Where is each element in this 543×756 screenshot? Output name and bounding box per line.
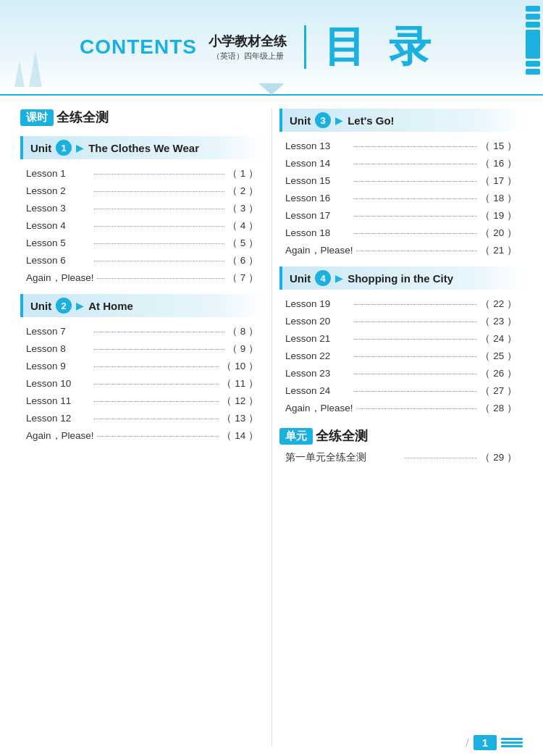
lesson-page: （ 14 ） [222, 429, 258, 442]
danyuan-text: 全练全测 [316, 427, 368, 445]
lesson-page: （ 27 ） [480, 385, 517, 398]
lesson-page: （ 19 ） [480, 209, 517, 222]
right-column: Unit 3 ▶ Let's Go! Lesson 13 （ 15 ） Less… [272, 109, 523, 747]
lesson-label: Lesson 13 [285, 140, 350, 151]
lesson-page: （ 12 ） [222, 395, 258, 408]
lesson-page: （ 24 ） [480, 332, 517, 345]
list-item: Lesson 23 （ 26 ） [279, 365, 523, 382]
lesson-label: Lesson 15 [285, 175, 350, 186]
keshi-badge: 课时 全练全测 [20, 109, 109, 126]
header: CONTENTS 小学教材全练 （英语）四年级上册 目 录 [0, 0, 543, 94]
dots [94, 226, 224, 227]
subtitle-block: 小学教材全练 （英语）四年级上册 [209, 33, 287, 61]
tree-icon [29, 51, 42, 87]
danyuan-badge: 单元 全练全测 [279, 427, 368, 445]
list-item: Lesson 8 （ 9 ） [20, 340, 264, 358]
dots [94, 191, 224, 192]
lesson-page: （ 7 ） [227, 272, 258, 285]
dots [353, 304, 477, 305]
unit-2-badge: 2 [56, 298, 72, 314]
unit-label-4: Unit [290, 272, 311, 285]
dots [94, 261, 224, 261]
dots [94, 332, 224, 332]
list-item: Lesson 4 （ 4 ） [20, 217, 264, 235]
footer-line [501, 738, 523, 740]
lesson-page: （ 3 ） [227, 202, 258, 215]
unit-3-header: Unit 3 ▶ Let's Go! [279, 109, 523, 132]
lesson-label: Lesson 22 [285, 350, 350, 361]
list-item: Lesson 18 （ 20 ） [279, 224, 523, 242]
unit-1-header: Unit 1 ▶ The Clothes We Wear [20, 136, 264, 159]
stripe [526, 14, 540, 20]
stripe-block [526, 30, 540, 59]
list-item: Lesson 15 （ 17 ） [279, 172, 523, 190]
unit-4-badge: 4 [315, 270, 331, 286]
stripe [526, 6, 540, 12]
lesson-label: Lesson 9 [26, 361, 91, 371]
keshi-text: 全练全测 [56, 109, 109, 126]
lesson-label: Lesson 10 [26, 378, 91, 389]
list-item: Again，Please! （ 14 ） [20, 427, 264, 445]
lesson-page: （ 8 ） [227, 325, 258, 338]
footer-line [501, 745, 523, 747]
list-item: Lesson 5 （ 5 ） [20, 235, 264, 252]
list-item: Lesson 12 （ 13 ） [20, 410, 264, 427]
footer-line [501, 742, 523, 744]
footer: / 1 [466, 735, 523, 750]
contents-label: CONTENTS [80, 35, 197, 59]
dots [97, 278, 224, 279]
footer-decoration [501, 738, 523, 747]
dots [94, 401, 219, 402]
unit-arrow-icon: ▶ [335, 114, 343, 127]
dots [97, 436, 219, 437]
dots [94, 174, 224, 175]
list-item: Lesson 1 （ 1 ） [20, 165, 264, 182]
dots [353, 322, 477, 322]
list-item: Lesson 3 （ 3 ） [20, 200, 264, 217]
dots [353, 216, 477, 217]
dots [353, 339, 477, 340]
lesson-label: Lesson 5 [26, 238, 91, 248]
lesson-page: （ 25 ） [480, 350, 517, 363]
list-item: Lesson 11 （ 12 ） [20, 392, 264, 410]
lesson-page: （ 9 ） [227, 343, 258, 356]
subtitle-main: 小学教材全练 [209, 33, 287, 50]
unit-label-2: Unit [30, 300, 51, 312]
lesson-page: （ 1 ） [227, 167, 258, 180]
stripe [526, 22, 540, 28]
lesson-label: Lesson 17 [285, 210, 350, 221]
footer-slash: / [466, 736, 468, 749]
header-divider [304, 25, 306, 69]
dots [94, 349, 224, 350]
lesson-page: （ 2 ） [227, 185, 258, 198]
again-label: Again，Please! [26, 429, 94, 442]
dots [353, 374, 477, 374]
mulu-label: 目 录 [324, 19, 437, 75]
list-item: Lesson 16 （ 18 ） [279, 190, 523, 207]
list-item: Lesson 9 （ 10 ） [20, 358, 264, 375]
dots [94, 366, 219, 367]
again-label: Again，Please! [26, 272, 94, 285]
list-item: Lesson 2 （ 2 ） [20, 182, 264, 200]
lesson-label: Lesson 18 [285, 227, 350, 238]
dots [353, 164, 477, 164]
unit-2-lessons: Lesson 7 （ 8 ） Lesson 8 （ 9 ） Lesson 9 （… [20, 323, 264, 445]
list-item: Lesson 10 （ 11 ） [20, 375, 264, 392]
dots [353, 198, 477, 199]
dots [94, 384, 219, 385]
left-column: 课时 全练全测 Unit 1 ▶ The Clothes We Wear Les… [20, 109, 272, 747]
list-item: Lesson 13 （ 15 ） [279, 138, 523, 155]
lesson-label: Lesson 16 [285, 193, 350, 203]
list-item: Lesson 21 （ 24 ） [279, 330, 523, 348]
dots [353, 391, 477, 392]
lesson-page: （ 17 ） [480, 175, 517, 188]
main-content: 课时 全练全测 Unit 1 ▶ The Clothes We Wear Les… [0, 96, 543, 754]
lesson-label: Lesson 23 [285, 368, 350, 379]
unit-1-title: The Clothes We Wear [88, 142, 199, 154]
lesson-page: （ 13 ） [222, 412, 258, 425]
lesson-page: （ 18 ） [480, 192, 517, 205]
keshi-box: 课时 [20, 109, 54, 126]
unit-2-header: Unit 2 ▶ At Home [20, 294, 264, 317]
unit-3-lessons: Lesson 13 （ 15 ） Lesson 14 （ 16 ） Lesson… [279, 138, 523, 259]
list-item: Lesson 14 （ 16 ） [279, 155, 523, 172]
